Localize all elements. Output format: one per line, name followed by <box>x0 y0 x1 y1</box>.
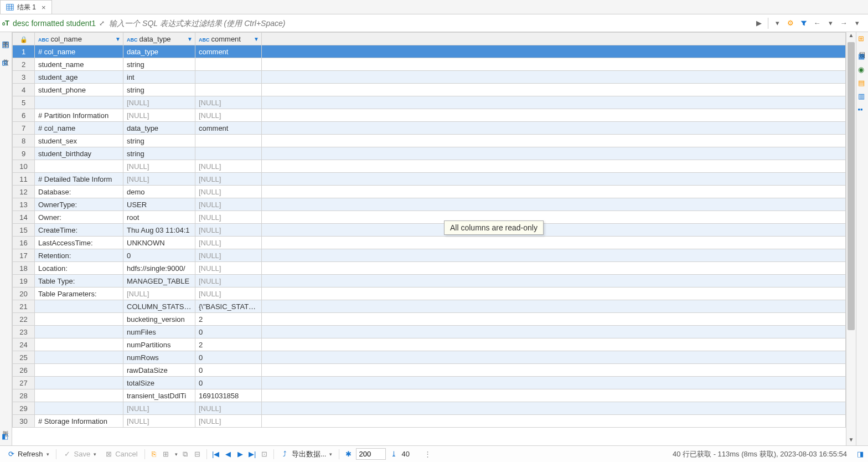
grid-icon[interactable] <box>2 41 11 50</box>
row-number[interactable]: 14 <box>13 211 35 224</box>
cell[interactable]: comment <box>195 122 262 135</box>
table-row[interactable]: 28transient_lastDdlTi1691031858 <box>13 389 846 402</box>
cell[interactable]: [NULL] <box>123 288 195 300</box>
cell[interactable]: Location: <box>35 262 123 275</box>
cell[interactable]: bucketing_version <box>123 313 195 326</box>
scroll-up-icon[interactable]: ▲ <box>846 32 856 41</box>
filter-icon[interactable] <box>799 19 808 28</box>
cell[interactable] <box>35 351 123 364</box>
column-header-col_name[interactable]: ABCcol_name▼ <box>35 33 123 45</box>
row-number[interactable]: 11 <box>13 173 35 186</box>
table-row[interactable]: 6# Partition Information[NULL][NULL] <box>13 109 846 122</box>
table-row[interactable]: 18Location:hdfs://single:9000/[NULL] <box>13 262 846 275</box>
cell[interactable]: numRows <box>123 351 195 364</box>
table-row[interactable]: 7# col_namedata_typecomment <box>13 122 846 135</box>
cell[interactable]: LastAccessTime: <box>35 237 123 249</box>
cell[interactable]: [NULL] <box>195 160 262 173</box>
cell[interactable]: [NULL] <box>123 96 195 109</box>
cell[interactable]: string <box>123 147 195 160</box>
cell[interactable] <box>195 84 262 96</box>
cell[interactable]: comment <box>195 45 262 58</box>
delete-row-icon[interactable]: ⊟ <box>193 450 202 459</box>
cell[interactable]: [NULL] <box>195 198 262 211</box>
chevron-down-icon[interactable]: ▼ <box>187 36 193 42</box>
page-icon[interactable]: ⊡ <box>260 450 269 459</box>
cell[interactable] <box>195 135 262 147</box>
table-row[interactable]: 26rawDataSize0 <box>13 364 846 377</box>
row-number[interactable]: 8 <box>13 135 35 147</box>
table-row[interactable]: 3student_ageint <box>13 71 846 84</box>
row-number[interactable]: 24 <box>13 338 35 351</box>
cell[interactable]: UNKNOWN <box>123 237 195 249</box>
table-row[interactable]: 9student_birthdaystring <box>13 147 846 160</box>
row-number[interactable]: 30 <box>13 415 35 428</box>
row-number[interactable]: 1 <box>13 45 35 58</box>
row-number[interactable]: 29 <box>13 402 35 415</box>
row-number[interactable]: 15 <box>13 224 35 237</box>
cell[interactable]: Owner: <box>35 211 123 224</box>
row-number[interactable]: 12 <box>13 186 35 198</box>
scrollbar-thumb[interactable] <box>848 42 855 330</box>
table-row[interactable]: 15CreateTime:Thu Aug 03 11:04:1[NULL] <box>13 224 846 237</box>
cell[interactable] <box>35 326 123 338</box>
cell[interactable] <box>35 389 123 402</box>
cell[interactable]: [NULL] <box>123 173 195 186</box>
prev-page-icon[interactable]: ◀ <box>224 450 232 459</box>
row-number[interactable]: 7 <box>13 122 35 135</box>
cell[interactable]: Table Parameters: <box>35 288 123 300</box>
dropdown-icon[interactable]: ▾ <box>826 19 835 28</box>
script-icon[interactable]: ⎘ <box>149 450 158 459</box>
row-number[interactable]: 19 <box>13 275 35 288</box>
table-row[interactable]: 17Retention:0[NULL] <box>13 249 846 262</box>
row-number[interactable]: 9 <box>13 147 35 160</box>
settings-icon[interactable]: ✱ <box>344 450 353 459</box>
panels-icon[interactable]: ⊞ <box>858 34 867 43</box>
panel-icon-5[interactable]: ▪▪ <box>858 105 867 114</box>
dropdown-icon[interactable]: ▾ <box>773 19 782 28</box>
rownum-header[interactable]: 🔒 <box>13 33 35 45</box>
cell[interactable]: numPartitions <box>123 338 195 351</box>
panel-icon-3[interactable]: ▤ <box>858 79 867 88</box>
cell[interactable]: 2 <box>195 338 262 351</box>
cell[interactable] <box>35 377 123 389</box>
cell[interactable]: {\"BASIC_STATS\": <box>195 300 262 313</box>
cell[interactable]: string <box>123 84 195 96</box>
cell[interactable]: [NULL] <box>195 96 262 109</box>
cell[interactable]: CreateTime: <box>35 224 123 237</box>
column-header-data_type[interactable]: ABCdata_type▼ <box>123 33 195 45</box>
cell[interactable] <box>35 402 123 415</box>
scroll-down-icon[interactable]: ▼ <box>846 437 856 445</box>
row-number[interactable]: 25 <box>13 351 35 364</box>
cell[interactable] <box>35 300 123 313</box>
cell[interactable]: numFiles <box>123 326 195 338</box>
table-row[interactable]: 8student_sexstring <box>13 135 846 147</box>
cell[interactable]: student_name <box>35 58 123 71</box>
cell[interactable]: root <box>123 211 195 224</box>
row-number[interactable]: 28 <box>13 389 35 402</box>
row-number[interactable]: 2 <box>13 58 35 71</box>
tree-icon[interactable]: ⊞ <box>2 59 11 68</box>
table-row[interactable]: 23numFiles0 <box>13 326 846 338</box>
gear-icon[interactable]: ⚙ <box>786 19 795 28</box>
cell[interactable]: Table Type: <box>35 275 123 288</box>
cell[interactable] <box>35 160 123 173</box>
chevron-down-icon[interactable]: ▼ <box>254 36 259 42</box>
row-number[interactable]: 10 <box>13 160 35 173</box>
page-size-input[interactable] <box>356 448 386 460</box>
row-number[interactable]: 16 <box>13 237 35 249</box>
row-number[interactable]: 20 <box>13 288 35 300</box>
cell[interactable]: [NULL] <box>195 211 262 224</box>
cell[interactable]: 2 <box>195 313 262 326</box>
row-number[interactable]: 13 <box>13 198 35 211</box>
record-icon[interactable]: ◧ <box>2 432 11 441</box>
cell[interactable] <box>195 71 262 84</box>
cell[interactable]: [NULL] <box>195 173 262 186</box>
cell[interactable]: [NULL] <box>123 402 195 415</box>
cell[interactable]: [NULL] <box>195 402 262 415</box>
cell[interactable]: # col_name <box>35 45 123 58</box>
cell[interactable] <box>35 338 123 351</box>
cell[interactable]: Database: <box>35 186 123 198</box>
cell[interactable]: totalSize <box>123 377 195 389</box>
cell[interactable]: OwnerType: <box>35 198 123 211</box>
cell[interactable]: int <box>123 71 195 84</box>
